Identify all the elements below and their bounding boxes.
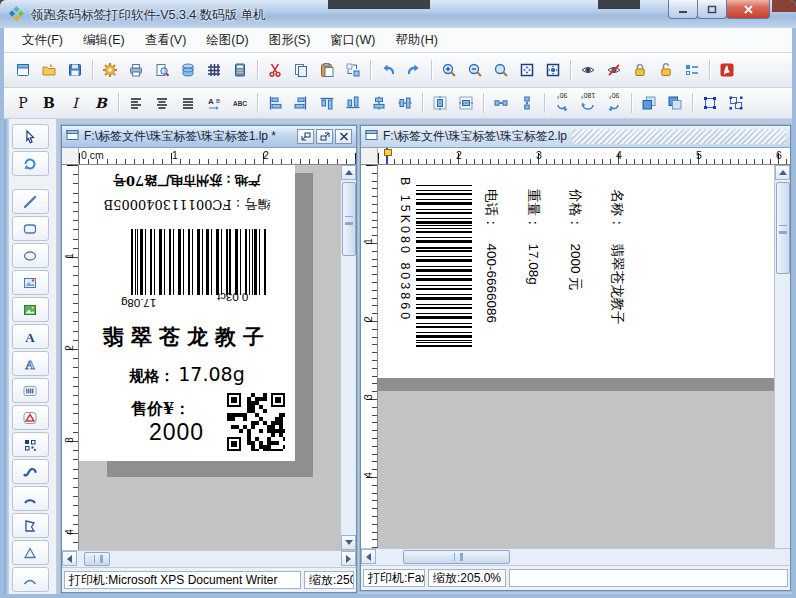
print-icon[interactable] — [123, 58, 149, 82]
paragraph-icon[interactable]: P — [10, 91, 36, 115]
grid-icon[interactable] — [201, 58, 227, 82]
scrollbar-thumb[interactable] — [342, 182, 356, 256]
scrollbar-thumb[interactable] — [776, 182, 790, 274]
menu-item-6[interactable]: 窗口(W) — [320, 29, 385, 52]
scroll-down-button[interactable] — [341, 535, 356, 550]
show-object-icon[interactable] — [575, 58, 601, 82]
doc-close-button[interactable] — [335, 129, 352, 144]
center-in-page-v-icon[interactable] — [453, 91, 479, 115]
align-right-edges-icon[interactable] — [288, 91, 314, 115]
copy-icon[interactable] — [288, 58, 314, 82]
qrcode-tool[interactable] — [12, 432, 49, 457]
doc-restore-button[interactable] — [297, 129, 314, 144]
qr-code-object[interactable] — [227, 393, 285, 451]
menu-item-7[interactable]: 帮助(H) — [385, 29, 447, 52]
align-top-edges-icon[interactable] — [314, 91, 340, 115]
label-design-2[interactable]: B 15K080 803860 名称：翡翠苍龙教子 价格：2000 元 重量：1… — [378, 165, 774, 378]
rounded-rect-tool[interactable] — [12, 216, 49, 241]
picture-tool[interactable] — [12, 297, 49, 322]
minimize-button[interactable] — [668, 0, 698, 19]
bring-to-front-icon[interactable] — [636, 91, 662, 115]
origin-text-object[interactable]: 产地：苏州市电厂路70号 — [83, 171, 291, 189]
save-icon[interactable] — [62, 58, 88, 82]
scroll-right-button[interactable] — [341, 551, 356, 566]
object-options-icon[interactable] — [679, 58, 705, 82]
print-preview-icon[interactable] — [149, 58, 175, 82]
paste-icon[interactable] — [314, 58, 340, 82]
select-tool[interactable] — [12, 124, 49, 149]
bold-italic-icon[interactable]: B — [88, 91, 114, 115]
barcode-text-object[interactable]: B 15K080 803860 — [398, 177, 412, 322]
carat-text-object[interactable]: 0.03ct — [217, 291, 248, 303]
design-canvas-1[interactable]: 产地：苏州市电厂路70号 编号：FC001113040005B 17.08g 0… — [79, 165, 340, 550]
name-field-object[interactable]: 名称：翡翠苍龙教子 — [608, 189, 626, 325]
weight-field-object[interactable]: 重量：17.08g — [524, 189, 542, 285]
image-tool[interactable] — [12, 270, 49, 295]
text-case-icon[interactable]: ABC — [227, 91, 253, 115]
database-icon[interactable] — [175, 58, 201, 82]
align-text-justify-icon[interactable] — [175, 91, 201, 115]
document-2-titlebar[interactable]: F:\标签文件\珠宝标签\珠宝标签2.lp — [361, 126, 790, 148]
curve-tool[interactable] — [12, 459, 49, 484]
align-bottom-edges-icon[interactable] — [340, 91, 366, 115]
product-name-object[interactable]: 翡翠苍龙教子 — [79, 323, 295, 351]
hide-object-icon[interactable] — [601, 58, 627, 82]
menu-item-1[interactable]: 文件(F) — [12, 29, 73, 52]
wave-tool[interactable] — [12, 567, 49, 592]
doc-maximize-button[interactable] — [316, 129, 333, 144]
send-to-back-icon[interactable] — [662, 91, 688, 115]
align-left-edges-icon[interactable] — [262, 91, 288, 115]
spec-text-object[interactable]: 规格： 17.08g — [79, 363, 295, 386]
calculator-icon[interactable] — [227, 58, 253, 82]
fit-all-icon[interactable] — [540, 58, 566, 82]
fit-window-icon[interactable] — [514, 58, 540, 82]
settings-icon[interactable] — [97, 58, 123, 82]
phone-field-object[interactable]: 电话：400-6666086 — [482, 189, 500, 323]
rotate-90-cw-icon[interactable]: 90° — [601, 90, 627, 116]
menu-item-5[interactable]: 图形(S) — [259, 29, 321, 52]
scroll-left-button[interactable] — [361, 549, 376, 564]
window-titlebar[interactable]: 领跑条码标签打印软件-V5.3.4 数码版 单机 — [0, 0, 796, 29]
undo-icon[interactable] — [375, 58, 401, 82]
scroll-up-button[interactable] — [775, 165, 790, 180]
price-label-object[interactable]: 售价¥： — [131, 399, 190, 420]
line-tool[interactable] — [12, 189, 49, 214]
price-field-object[interactable]: 价格：2000 元 — [566, 189, 584, 291]
text-tool[interactable]: A — [12, 324, 49, 349]
new-icon[interactable] — [10, 58, 36, 82]
redo-icon[interactable] — [401, 58, 427, 82]
rotate-180-icon[interactable]: 180° — [575, 90, 601, 116]
close-button[interactable] — [726, 0, 770, 19]
scroll-up-button[interactable] — [341, 165, 356, 180]
price-value-object[interactable]: 2000 — [149, 419, 204, 446]
equal-width-icon[interactable] — [488, 91, 514, 115]
group-icon[interactable] — [697, 91, 723, 115]
bold-icon[interactable]: B — [36, 91, 62, 115]
weight-text-object[interactable]: 17.08g — [121, 297, 156, 309]
horizontal-scrollbar[interactable] — [361, 548, 790, 565]
layout-icon[interactable] — [340, 58, 366, 82]
document-1-titlebar[interactable]: F:\标签文件\珠宝标签\珠宝标签1.lp * — [62, 126, 356, 148]
menu-item-2[interactable]: 编辑(E) — [73, 29, 135, 52]
equal-height-icon[interactable] — [514, 91, 540, 115]
align-text-left-icon[interactable] — [123, 91, 149, 115]
unlock-icon[interactable] — [653, 58, 679, 82]
horizontal-scrollbar[interactable] — [62, 550, 356, 567]
rotate-90-ccw-icon[interactable]: 90° — [549, 90, 575, 116]
vertical-scrollbar[interactable] — [340, 165, 356, 550]
cut-icon[interactable] — [262, 58, 288, 82]
zoom-out-icon[interactable] — [462, 58, 488, 82]
polygon-tool[interactable] — [12, 513, 49, 538]
rotate-tool-tool[interactable] — [12, 151, 49, 176]
art-text-tool[interactable]: A — [12, 351, 49, 376]
triangle-tool[interactable] — [12, 540, 49, 565]
align-center-h-icon[interactable] — [366, 91, 392, 115]
align-center-v-icon[interactable] — [392, 91, 418, 115]
maximize-button[interactable] — [697, 0, 727, 19]
zoom-icon[interactable] — [488, 58, 514, 82]
barcode-object[interactable] — [131, 229, 267, 295]
scroll-left-button[interactable] — [62, 551, 77, 566]
label-design-1[interactable]: 产地：苏州市电厂路70号 编号：FC001113040005B 17.08g 0… — [79, 165, 295, 461]
logo-tool[interactable] — [12, 405, 49, 430]
open-icon[interactable] — [36, 58, 62, 82]
